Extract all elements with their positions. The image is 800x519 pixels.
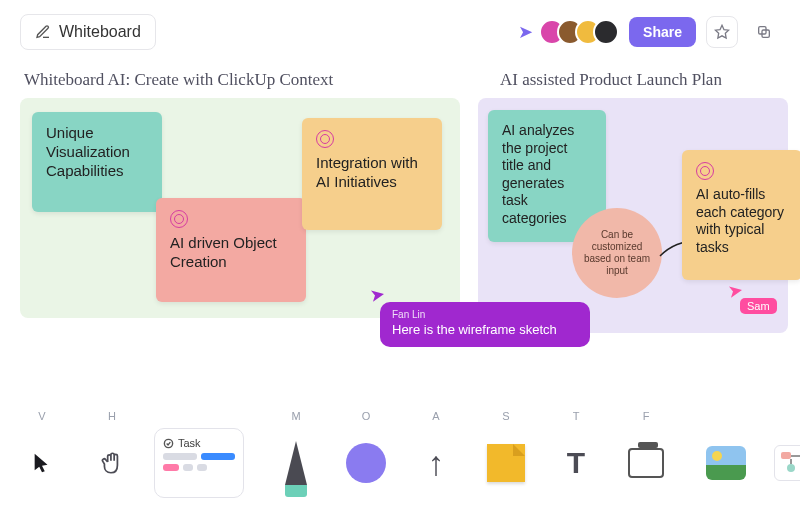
sticky-note[interactable]: AI auto-fills each category with typical… — [682, 150, 800, 280]
cursor-icon — [31, 450, 53, 476]
collaborator-avatars[interactable] — [547, 19, 619, 45]
svg-point-5 — [787, 464, 795, 472]
sticky-text: AI auto-fills each category with typical… — [696, 186, 784, 255]
circle-note[interactable]: Can be customized based on team input — [572, 208, 662, 298]
flowchart-icon — [779, 450, 800, 476]
pen-icon — [285, 441, 307, 485]
tool-key: V — [38, 410, 45, 424]
sticky-text: AI driven Object Creation — [170, 234, 277, 270]
tool-pen[interactable]: M — [264, 410, 328, 498]
diagram-icon — [774, 445, 800, 481]
svg-rect-4 — [781, 452, 791, 459]
sticky-text: AI analyzes the project title and genera… — [502, 122, 574, 226]
favorite-button[interactable] — [706, 16, 738, 48]
tool-key: O — [362, 410, 371, 424]
tool-diagram[interactable] — [764, 410, 800, 498]
task-card-preview: Task — [154, 428, 244, 498]
tool-key — [197, 410, 200, 424]
image-icon — [706, 446, 746, 480]
sticky-text: Unique Visualization Capabilities — [46, 124, 130, 179]
tool-arrow[interactable]: A ↑ — [404, 410, 468, 498]
board-2[interactable]: AI analyzes the project title and genera… — [478, 98, 788, 333]
sticky-note[interactable]: Unique Visualization Capabilities — [32, 112, 162, 212]
circle-icon — [346, 443, 386, 483]
frame-icon — [628, 448, 664, 478]
text-icon: T — [567, 446, 585, 480]
openai-icon — [316, 130, 334, 148]
whiteboard-chip-label: Whiteboard — [59, 23, 141, 41]
sticky-icon — [487, 444, 525, 482]
openai-icon — [170, 210, 188, 228]
sticky-note[interactable]: AI driven Object Creation — [156, 198, 306, 302]
edit-icon — [35, 24, 51, 40]
whiteboard-chip[interactable]: Whiteboard — [20, 14, 156, 50]
cursor-indicator-icon: ➤ — [518, 21, 533, 43]
copy-button[interactable] — [748, 16, 780, 48]
comment-bubble[interactable]: Fan Lin Here is the wireframe sketch — [380, 302, 590, 347]
board-title-2: AI assisted Product Launch Plan — [500, 70, 722, 90]
arrow-up-icon: ↑ — [428, 444, 445, 483]
tool-key — [724, 410, 727, 424]
tool-task-card[interactable]: Task — [150, 410, 248, 498]
star-icon — [714, 24, 730, 40]
header-right: ➤ Share — [518, 16, 780, 48]
tool-key — [794, 410, 797, 424]
copy-icon — [756, 24, 772, 40]
tool-key: M — [291, 410, 300, 424]
tool-key: H — [108, 410, 116, 424]
sticky-text: Integration with AI Initiatives — [316, 154, 418, 190]
tool-key: T — [573, 410, 580, 424]
comment-author: Fan Lin — [392, 308, 578, 321]
task-card-label: Task — [178, 437, 201, 449]
remote-cursor-label: Sam — [740, 298, 777, 314]
comment-text: Here is the wireframe sketch — [392, 322, 557, 337]
tool-text[interactable]: T T — [544, 410, 608, 498]
board-title-1: Whiteboard AI: Create with ClickUp Conte… — [24, 70, 333, 90]
tool-sticky[interactable]: S — [474, 410, 538, 498]
bottom-toolbar: V H Task M O A ↑ S T T F — [0, 404, 800, 519]
tool-hand[interactable]: H — [80, 410, 144, 498]
avatar[interactable] — [593, 19, 619, 45]
circle-text: Can be customized based on team input — [582, 229, 652, 277]
share-button[interactable]: Share — [629, 17, 696, 47]
svg-marker-0 — [715, 25, 728, 38]
tool-frame[interactable]: F — [614, 410, 678, 498]
openai-icon — [696, 162, 714, 180]
sticky-note[interactable]: Integration with AI Initiatives — [302, 118, 442, 230]
check-circle-icon — [163, 438, 174, 449]
tool-key: F — [643, 410, 650, 424]
board-1[interactable]: Unique Visualization Capabilities AI dri… — [20, 98, 460, 318]
tool-select[interactable]: V — [10, 410, 74, 498]
hand-icon — [99, 449, 125, 477]
tool-key: A — [432, 410, 439, 424]
tool-shape[interactable]: O — [334, 410, 398, 498]
tool-image[interactable] — [694, 410, 758, 498]
tool-key: S — [502, 410, 509, 424]
